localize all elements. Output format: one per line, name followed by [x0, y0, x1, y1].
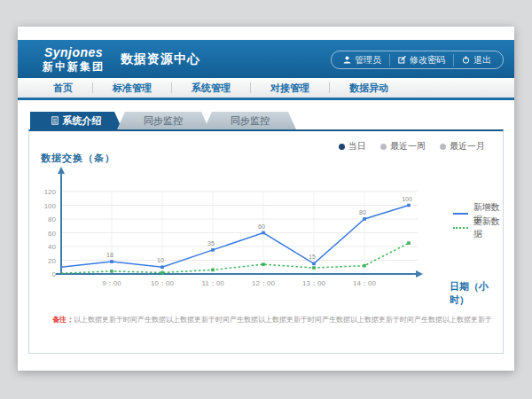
logout-button[interactable]: 退出: [453, 54, 499, 66]
power-icon: [462, 56, 470, 64]
svg-text:60: 60: [258, 223, 265, 230]
tab-system-intro-label: 系统介绍: [63, 112, 102, 129]
user-toolbar: 管理员 修改密码 退出: [331, 51, 504, 69]
radio-dot: [440, 144, 446, 150]
svg-text:60: 60: [48, 230, 56, 238]
radio-dot: [339, 144, 345, 150]
line-chart: 0204060801001209：0010：0011：0012：0013：001…: [29, 165, 505, 314]
nav-item-standard-management[interactable]: 标准管理: [93, 82, 171, 95]
y-axis-title: 数据交换（条）: [41, 152, 115, 165]
radio-last-week[interactable]: 最近一周: [380, 140, 426, 153]
radio-dot: [380, 144, 387, 150]
chart-panel: 当日 最近一周 最近一月 数据交换（条） 0204060801001209：00…: [28, 129, 504, 354]
tab-bar: 系统介绍 同步监控 同步监控: [30, 112, 514, 129]
edit-icon: [398, 56, 406, 64]
nav-item-integration-management[interactable]: 对接管理: [251, 82, 329, 95]
svg-text:13：00: 13：00: [302, 279, 325, 287]
document-icon: [51, 116, 59, 125]
chart-legend: 新增数据 更新数据: [453, 207, 503, 235]
radio-today-label: 当日: [348, 140, 366, 153]
svg-text:18: 18: [106, 252, 113, 258]
nav-item-home[interactable]: 首页: [34, 82, 92, 95]
radio-last-month[interactable]: 最近一月: [440, 140, 485, 153]
tab-sync-monitor-2[interactable]: 同步监控: [204, 112, 296, 129]
admin-user-button[interactable]: 管理员: [335, 54, 389, 66]
svg-text:120: 120: [44, 188, 57, 196]
logout-label: 退出: [473, 54, 491, 66]
svg-text:100: 100: [402, 196, 412, 202]
radio-last-week-label: 最近一周: [390, 140, 426, 153]
change-password-button[interactable]: 修改密码: [389, 54, 453, 66]
svg-text:11：00: 11：00: [201, 279, 224, 287]
nav-item-data-changes[interactable]: 数据异动: [330, 82, 408, 95]
change-password-label: 修改密码: [410, 54, 445, 66]
brand-logo-subtext: 新中新集团: [43, 61, 105, 72]
svg-text:80: 80: [359, 209, 366, 215]
svg-text:40: 40: [48, 243, 56, 251]
tab-system-intro[interactable]: 系统介绍: [30, 112, 122, 129]
brand-logo: Synjones 新中新集团: [43, 46, 105, 72]
legend-line-dotted: [453, 227, 468, 229]
radio-last-month-label: 最近一月: [450, 140, 485, 153]
legend-updated-data: 更新数据: [453, 221, 503, 235]
legend-line-solid: [453, 213, 468, 215]
svg-text:80: 80: [48, 215, 56, 223]
nav-item-system-management[interactable]: 系统管理: [172, 82, 250, 95]
svg-text:10: 10: [157, 257, 164, 263]
brand-logo-text: Synjones: [43, 46, 105, 59]
page-top-margin: [18, 27, 514, 40]
svg-text:0: 0: [52, 270, 57, 278]
desktop-background: Synjones 新中新集团 数据资源中心 管理员 修改密码 退出: [0, 0, 532, 399]
svg-text:12：00: 12：00: [252, 279, 275, 287]
svg-text:15: 15: [309, 254, 316, 260]
svg-text:20: 20: [48, 257, 56, 265]
tab-sync-monitor-1[interactable]: 同步监控: [117, 112, 209, 129]
footnote-label: 备注：: [52, 316, 74, 324]
time-range-selector: 当日 最近一周 最近一月: [339, 140, 485, 153]
page-title: 数据资源中心: [121, 51, 200, 67]
x-axis-title: 日期（小时）: [450, 280, 503, 307]
user-icon: [343, 56, 351, 64]
app-window: Synjones 新中新集团 数据资源中心 管理员 修改密码 退出: [18, 27, 514, 371]
app-header: Synjones 新中新集团 数据资源中心 管理员 修改密码 退出: [18, 40, 514, 78]
main-navigation: 首页 标准管理 系统管理 对接管理 数据异动: [18, 78, 514, 100]
footnote: 备注：以上数据更新于时间产生数据以上数据更新于时间产生数据以上数据更新于时间产生…: [52, 315, 492, 325]
svg-text:14：00: 14：00: [353, 279, 376, 287]
svg-text:10：00: 10：00: [151, 279, 174, 287]
admin-user-label: 管理员: [355, 54, 381, 66]
svg-text:35: 35: [207, 240, 215, 246]
svg-text:100: 100: [44, 202, 57, 210]
svg-text:9：00: 9：00: [102, 279, 121, 287]
radio-today[interactable]: 当日: [339, 140, 366, 153]
footnote-text: 以上数据更新于时间产生数据以上数据更新于时间产生数据以上数据更新于时间产生数据以…: [74, 316, 492, 324]
legend-updated-data-label: 更新数据: [473, 215, 503, 240]
